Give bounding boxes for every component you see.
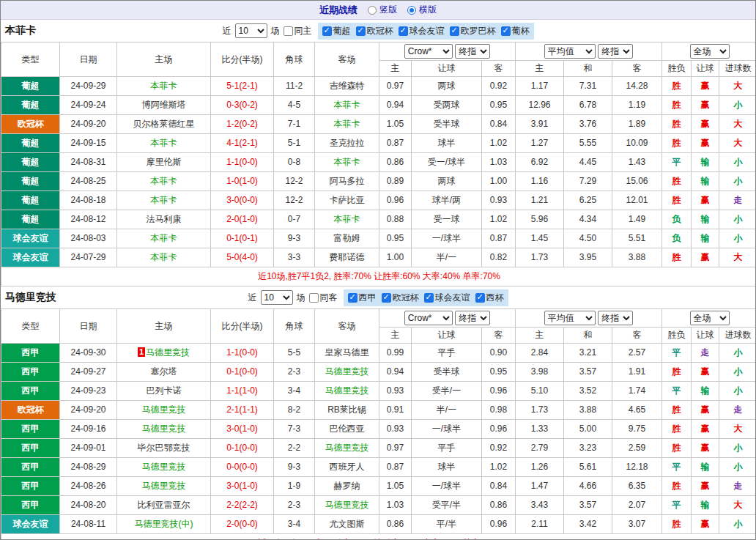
match-count-select[interactable]: 10 bbox=[261, 290, 293, 305]
result-mark: 负 bbox=[662, 229, 692, 248]
home-team: 马德里竞技 bbox=[117, 420, 211, 439]
home-team: 1马德里竞技 bbox=[117, 344, 211, 363]
handicap-result-mark: 赢 bbox=[692, 420, 719, 439]
checkbox-icon bbox=[399, 26, 408, 36]
average-draw-odds: 5.00 bbox=[564, 420, 612, 439]
league-checkbox[interactable]: 葡杯 bbox=[501, 25, 530, 37]
league-badge: 球会友谊 bbox=[1, 229, 60, 248]
score: 5-1(2-1) bbox=[211, 77, 274, 96]
home-team: 巴列卡诺 bbox=[117, 382, 211, 401]
checkbox-icon bbox=[450, 26, 459, 36]
goals-result-mark: 小 bbox=[719, 153, 756, 172]
score: 0-1(0-1) bbox=[211, 229, 274, 248]
home-odds: 0.94 bbox=[379, 96, 412, 115]
result-mark: 胜 bbox=[662, 191, 692, 210]
league-checkbox[interactable]: 球会友谊 bbox=[424, 292, 470, 304]
fulltime-select[interactable]: 全场 bbox=[690, 311, 730, 325]
match-row: 葡超24-08-31摩里伦斯1-1(0-0)0-8本菲卡0.86受一/球半1.0… bbox=[1, 153, 756, 172]
league-checkbox[interactable]: 西杯 bbox=[475, 292, 504, 304]
same-venue-checkbox[interactable]: 同主 bbox=[284, 25, 312, 37]
handicap-result-mark: 赢 bbox=[692, 134, 719, 153]
fulltime-select[interactable]: 全场 bbox=[690, 44, 730, 59]
away-odds: 0.87 bbox=[482, 229, 516, 248]
goals-result-mark: 小 bbox=[719, 229, 756, 248]
result-mark: 胜 bbox=[662, 363, 692, 382]
away-team: 赫罗纳 bbox=[315, 477, 379, 496]
league-checkbox[interactable]: 欧罗巴杯 bbox=[450, 25, 496, 37]
odds-company-select[interactable]: Crow* bbox=[404, 311, 453, 325]
league-badge: 西甲 bbox=[1, 477, 60, 496]
league-checkbox[interactable]: 球会友谊 bbox=[399, 25, 445, 37]
goals-result-mark: 小 bbox=[719, 172, 756, 191]
sub-column-header: 客 bbox=[612, 61, 662, 77]
recent-results-panel: 近期战绩 竖版 横版 本菲卡近10场同主葡超欧冠杯球会友谊欧罗巴杯葡杯类型日期主… bbox=[0, 0, 756, 540]
home-odds: 0.99 bbox=[379, 344, 412, 363]
handicap-line: 平/半 bbox=[412, 515, 482, 534]
result-mark: 胜 bbox=[662, 115, 692, 134]
match-row: 欧冠杯24-09-20马德里竞技2-1(1-1)8-2RB莱比锡0.91半/一0… bbox=[1, 401, 756, 420]
match-date: 24-09-16 bbox=[60, 420, 117, 439]
average-select[interactable]: 平均值 bbox=[544, 44, 596, 59]
average-home-odds: 5.10 bbox=[516, 382, 564, 401]
league-checkbox[interactable]: 西甲 bbox=[348, 292, 377, 304]
result-mark: 胜 bbox=[662, 401, 692, 420]
handicap-line: 两球 bbox=[412, 77, 482, 96]
corner-score: 7-3 bbox=[274, 420, 315, 439]
odds-time-select[interactable]: 终指 bbox=[455, 311, 490, 325]
handicap-result-mark: 输 bbox=[692, 496, 719, 515]
goals-result-mark: 走 bbox=[719, 401, 756, 420]
match-count-select[interactable]: 10 bbox=[235, 23, 267, 38]
average-away-odds: 10.09 bbox=[612, 134, 662, 153]
match-row: 西甲24-09-27塞尔塔0-1(0-0)2-3马德里竞技0.94受半球0.95… bbox=[1, 363, 756, 382]
average-home-odds: 1.16 bbox=[516, 172, 564, 191]
average-away-odds: 1.74 bbox=[612, 382, 662, 401]
home-odds: 0.88 bbox=[379, 210, 412, 229]
home-odds: 0.89 bbox=[379, 172, 412, 191]
away-team: 吉维森特 bbox=[315, 77, 379, 96]
goals-result-mark: 小 bbox=[719, 382, 756, 401]
match-row: 球会友谊24-07-29本菲卡5-0(4-0)3-3费耶诺德1.00半/一0.8… bbox=[1, 248, 756, 267]
column-header: 客场 bbox=[315, 42, 379, 77]
league-badge: 球会友谊 bbox=[1, 515, 60, 534]
average-selects-cell: 平均值 终指 bbox=[516, 42, 662, 61]
league-checkbox[interactable]: 欧冠杯 bbox=[382, 292, 419, 304]
checkbox-icon bbox=[475, 293, 485, 303]
handicap-line: 受平/半 bbox=[412, 496, 482, 515]
score: 1-1(1-0) bbox=[211, 382, 274, 401]
handicap-line: 受两球 bbox=[412, 96, 482, 115]
match-row: 球会友谊24-08-11马德里竞技(中)2-0(0-0)3-4尤文图斯0.86平… bbox=[1, 515, 756, 534]
layout-radio-vertical[interactable]: 竖版 bbox=[368, 4, 397, 16]
average-select[interactable]: 平均值 bbox=[544, 311, 596, 325]
average-time-select[interactable]: 终指 bbox=[598, 311, 633, 325]
league-checkbox[interactable]: 葡超 bbox=[322, 25, 351, 37]
average-time-select[interactable]: 终指 bbox=[598, 44, 633, 59]
average-home-odds: 1.45 bbox=[516, 229, 564, 248]
average-draw-odds: 4.50 bbox=[564, 229, 612, 248]
radio-button-icon bbox=[407, 6, 416, 15]
league-badge: 葡超 bbox=[1, 96, 60, 115]
away-team: 圣克拉拉 bbox=[315, 134, 379, 153]
result-mark: 胜 bbox=[662, 172, 692, 191]
goals-result-mark: 走 bbox=[719, 477, 756, 496]
odds-time-select[interactable]: 终指 bbox=[455, 44, 490, 59]
league-checkbox[interactable]: 欧冠杯 bbox=[356, 25, 393, 37]
checkbox-label: 葡超 bbox=[333, 25, 351, 37]
away-team: 本菲卡 bbox=[315, 153, 379, 172]
odds-company-select[interactable]: Crow* bbox=[404, 44, 453, 59]
goals-result-mark: 大 bbox=[719, 115, 756, 134]
average-draw-odds: 3.42 bbox=[564, 515, 612, 534]
same-venue-checkbox[interactable]: 同客 bbox=[309, 292, 338, 304]
away-odds: 1.00 bbox=[482, 172, 516, 191]
score: 5-0(4-0) bbox=[211, 248, 274, 267]
match-row: 西甲24-08-29马德里竞技0-0(0-0)9-3西班牙人0.87球半1.02… bbox=[1, 458, 756, 477]
games-label: 场 bbox=[297, 292, 305, 304]
sub-column-header: 进球数 bbox=[719, 328, 756, 344]
league-badge: 西甲 bbox=[1, 458, 60, 477]
layout-radio-horizontal[interactable]: 横版 bbox=[407, 4, 437, 16]
home-team: 本菲卡 bbox=[117, 191, 211, 210]
away-odds: 0.92 bbox=[482, 77, 516, 96]
match-date: 24-08-11 bbox=[60, 515, 117, 534]
handicap-result-mark: 赢 bbox=[692, 248, 719, 267]
sub-column-header: 和 bbox=[564, 328, 612, 344]
home-odds: 1.05 bbox=[379, 115, 412, 134]
